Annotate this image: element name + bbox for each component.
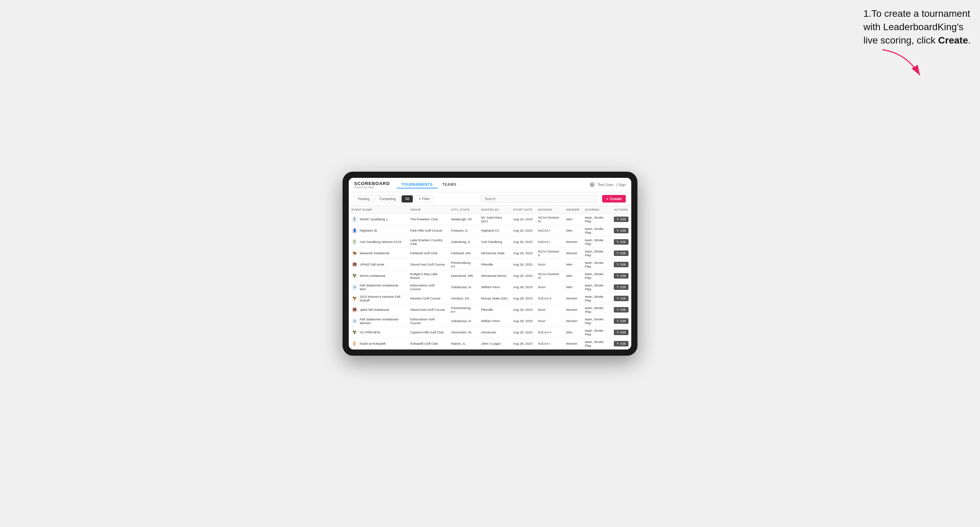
division-cell: NAIA [535,315,563,327]
edit-button[interactable]: ✎ Edit [614,262,628,267]
event-cell-wrapper: 🦅 2023 Women's Hesston Fall Kickoff [352,295,405,302]
search-container [481,195,597,203]
event-icon: ⚔ [352,284,358,290]
event-icon: 🐂 [352,250,358,256]
venue-cell: Faribault Golf Club [407,248,448,259]
edit-button[interactable]: ✎ Edit [614,239,628,244]
event-icon: 🐻 [352,262,358,268]
all-filter-btn[interactable]: All [401,195,413,203]
event-name-cell: ⚔ Fall Statesmen Invitational - Women [349,315,407,327]
edit-button[interactable]: ✎ Edit [614,318,628,324]
col-start-date: START DATE [510,206,535,214]
scoring-cell: team, Stroke Play [582,304,611,315]
event-icon: 🐻 [352,307,358,313]
hosting-filter-btn[interactable]: Hosting [354,195,374,203]
start-date-cell: Aug 28, 2023 [510,293,535,304]
edit-button[interactable]: ✎ Edit [614,273,628,279]
actions-cell: ✎ Edit [611,338,631,349]
logo-area: SCOREBOARD Powered by Clippr [354,181,390,189]
actions-cell: ✎ Edit [611,248,631,259]
event-cell-wrapper: 🦅 Morris Invitational [352,273,405,279]
edit-label: Edit [620,308,626,311]
hosted-by-cell: William Penn [478,281,510,293]
actions-cell: ✎ Edit [611,259,631,270]
sign-label: | Sign [616,183,626,187]
event-name-text: Highland 36 [360,229,377,232]
event-cell-wrapper: 🦅 VU PREVIEW [352,329,405,335]
tournaments-table: EVENT NAME VENUE CITY, STATE HOSTED BY S… [349,206,631,349]
edit-icon: ✎ [617,308,619,311]
actions-cell: ✎ Edit [611,213,631,225]
settings-icon[interactable]: ⚙ [589,182,595,187]
city-state-cell: Faribault, MN [449,248,478,259]
header-row: EVENT NAME VENUE CITY, STATE HOSTED BY S… [349,206,631,214]
nav-tab-tournaments[interactable]: TOURNAMENTS [397,181,438,189]
venue-cell: Edmundson Golf Course [407,315,448,327]
division-cell: NAIA [535,304,563,315]
event-icon: ⚔ [352,318,358,324]
edit-button[interactable]: ✎ Edit [614,251,628,256]
logo-text: SCOREBOARD [354,181,390,186]
start-date-cell: Aug 28, 2023 [510,259,535,270]
create-button[interactable]: + Create [602,195,626,203]
event-name-text: Carl Sandburg Women FA23 [360,240,401,244]
start-date-cell: Aug 28, 2023 [510,248,535,259]
table-row: 🏌 Klash at Kokopelli Kokopelli Golf Club… [349,338,631,349]
hosted-by-cell: Mt. Saint Mary (NY) [478,213,510,225]
hosted-by-cell: Carl Sandburg [478,236,510,248]
division-cell: NCAA Division III [535,270,563,281]
toolbar: Hosting Competing All ≡ Filter + Create [349,192,631,206]
edit-icon: ✎ [617,263,619,266]
edit-button[interactable]: ✎ Edit [614,296,628,301]
actions-cell: ✎ Edit [611,293,631,304]
table-row: 🦅 VU PREVIEW Cypress Hills Golf Club Vin… [349,327,631,338]
division-cell: NCAA Division II [535,248,563,259]
col-venue: VENUE [407,206,448,214]
event-icon: 🏌 [352,341,358,347]
gender-cell: Men [563,225,582,236]
event-name-text: VU PREVIEW [360,330,380,334]
scoring-cell: team, Stroke Play [582,327,611,338]
table-row: 🐻 upike fall invitational StoneCrest Gol… [349,304,631,315]
event-name-text: upike fall invitational [360,308,389,311]
division-cell: NCAA Division III [535,213,563,225]
event-cell-wrapper: ⚔ Fall Statesmen Invitational - Women [352,317,405,325]
venue-cell: Edmundson Golf Course [407,281,448,293]
hosted-by-cell: John A Logan [478,338,510,349]
event-cell-wrapper: 🏌 MSMC Qualifying 1 [352,216,405,222]
hosted-by-cell: Minnesota-Morris [478,270,510,281]
edit-label: Edit [620,274,626,278]
event-cell-wrapper: ⚔ Fall Statesmen Invitational - Men [352,283,405,291]
venue-cell: Park Hills Golf Course [407,225,448,236]
gender-cell: Women [563,304,582,315]
city-state-cell: Freeport, IL [449,225,478,236]
nav-tab-teams[interactable]: TEAMS [438,181,461,189]
division-cell: NJCAA I [535,338,563,349]
annotation-text: 1.To create a tournament with Leaderboar… [864,7,973,47]
table-row: 🐻 UPIKE Fall Invite StoneCrest Golf Cour… [349,259,631,270]
edit-button[interactable]: ✎ Edit [614,307,628,313]
filter-options-btn[interactable]: ≡ Filter [415,195,433,203]
edit-icon: ✎ [617,274,619,278]
col-gender: GENDER [563,206,582,214]
edit-button[interactable]: ✎ Edit [614,228,628,233]
competing-filter-btn[interactable]: Competing [375,195,399,203]
event-name-text: MSMC Qualifying 1 [360,217,388,221]
edit-button[interactable]: ✎ Edit [614,341,628,346]
event-cell-wrapper: 👤 Highland 36 [352,227,405,234]
event-name-text: 2023 Women's Hesston Fall Kickoff [360,295,405,302]
division-cell: NAIA [535,281,563,293]
edit-button[interactable]: ✎ Edit [614,217,628,222]
filter-label: Filter [422,197,430,201]
event-name-text: Klash at Kokopelli [360,341,386,345]
event-name-cell: 🏌 MSMC Qualifying 1 [349,213,407,225]
scoring-cell: team, Stroke Play [582,281,611,293]
app-header: SCOREBOARD Powered by Clippr TOURNAMENTS… [349,178,631,192]
edit-label: Edit [620,251,626,255]
edit-label: Edit [620,297,626,300]
edit-button[interactable]: ✎ Edit [614,284,628,290]
table-container: EVENT NAME VENUE CITY, STATE HOSTED BY S… [349,206,631,349]
edit-button[interactable]: ✎ Edit [614,330,628,335]
edit-icon: ✎ [617,331,619,334]
search-input[interactable] [481,195,597,203]
